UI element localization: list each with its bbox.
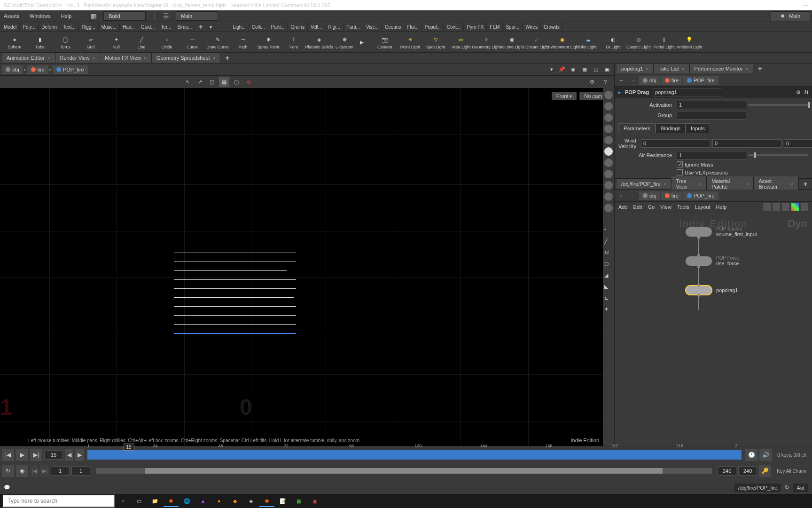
tool-tube[interactable]: ▮Tube <box>27 32 53 52</box>
net-menu-layout[interactable]: Layout <box>695 204 710 210</box>
range-slider[interactable] <box>96 468 712 474</box>
shelf-hair[interactable]: Hair... <box>120 23 138 31</box>
tool-lsystem[interactable]: ❋L-System <box>332 32 357 52</box>
air-input[interactable] <box>677 151 746 159</box>
tab-node-params[interactable]: popdrag1× <box>617 64 654 73</box>
shading-icon[interactable] <box>604 91 613 99</box>
key-icon[interactable]: 🔑 <box>759 465 771 477</box>
camtasia-icon[interactable]: ▣ <box>307 495 322 507</box>
shelf-visc[interactable]: Visc... <box>363 23 382 31</box>
display-options-icon[interactable]: ⚙ <box>587 77 597 87</box>
globe-icon[interactable] <box>604 136 613 144</box>
close-icon[interactable]: × <box>699 182 702 187</box>
shelf-colli[interactable]: Colli... <box>249 23 268 31</box>
houdini2-icon[interactable]: ◉ <box>259 495 274 507</box>
shelf-light[interactable]: Ligh... <box>230 23 249 31</box>
prim-icon[interactable]: ⬡ <box>604 261 613 270</box>
status-path[interactable]: /obj/fire/POP_fire <box>734 484 781 492</box>
wire-icon[interactable] <box>604 102 613 111</box>
grid-icon[interactable]: ▦ <box>579 64 590 75</box>
tool-grid[interactable]: ▱Grid <box>78 32 103 52</box>
net-wrench-icon[interactable] <box>763 203 771 211</box>
prev-key-button[interactable]: |◀ <box>30 465 39 477</box>
param-crumb-popfire[interactable]: POP_fire <box>683 76 718 85</box>
tool-portallight[interactable]: ▯Portal Light <box>651 32 677 52</box>
close-icon[interactable]: × <box>746 182 749 187</box>
tool-sphere[interactable]: ●Sphere <box>2 32 27 52</box>
shelf-rig[interactable]: Rigg... <box>79 23 99 31</box>
net-menu-edit[interactable]: Edit <box>633 204 642 210</box>
ghost-icon[interactable] <box>604 125 613 133</box>
chrome-icon[interactable]: 🌐 <box>180 495 195 507</box>
tab-perf-monitor[interactable]: Performance Monitor× <box>690 64 754 73</box>
select-group-icon[interactable]: ↗ <box>195 77 205 87</box>
activation-input[interactable] <box>677 101 746 109</box>
shelf-text[interactable]: Text... <box>60 23 79 31</box>
close-icon[interactable]: × <box>791 182 794 187</box>
tool-skylight[interactable]: ☁Sky Light <box>575 32 601 52</box>
bg-icon[interactable] <box>604 192 613 201</box>
vex-checkbox[interactable] <box>677 169 683 175</box>
range-start-input[interactable] <box>51 466 70 476</box>
brush2-icon[interactable]: ◣ <box>604 284 613 292</box>
net-grid-icon[interactable] <box>791 203 799 211</box>
tool-pointlight[interactable]: ☀Point Light <box>398 32 423 52</box>
tab-add-button[interactable]: + <box>799 179 812 189</box>
close-icon[interactable]: × <box>92 56 95 61</box>
tool-spotlight[interactable]: ▽Spot Light <box>423 32 448 52</box>
net-crumb-fire[interactable]: fire <box>661 191 682 200</box>
shelf-fem[interactable]: FEM <box>487 23 503 31</box>
max-icon[interactable]: ▣ <box>602 64 612 75</box>
shelf-grains[interactable]: Grains <box>288 23 307 31</box>
tool-envlight[interactable]: ◉Environment Light <box>550 32 575 52</box>
keyall-label[interactable]: Key All Chann <box>773 468 810 474</box>
tool-null[interactable]: ✦Null <box>103 32 129 52</box>
param-crumb-fire[interactable]: fire <box>661 76 682 85</box>
point-icon[interactable]: • <box>604 227 613 236</box>
back-icon[interactable]: ← <box>617 75 627 86</box>
menu-help[interactable]: Help <box>59 12 74 20</box>
view-dropdown[interactable]: Front ▾ <box>552 92 577 100</box>
brush1-icon[interactable]: ◢ <box>604 272 613 281</box>
forward-icon[interactable]: → <box>628 190 638 201</box>
loop-icon[interactable]: ↻ <box>2 465 14 477</box>
net-menu-go[interactable]: Go <box>648 204 655 210</box>
node-popdrag[interactable]: popdrag1 <box>685 285 738 295</box>
shelf-spar[interactable]: Spar... <box>503 23 523 31</box>
search-input[interactable] <box>2 494 115 508</box>
net-crumb-obj[interactable]: obj <box>639 191 660 200</box>
net-palette-icon[interactable] <box>801 203 808 211</box>
help-icon[interactable]: ? <box>600 77 610 87</box>
calc-icon[interactable]: ▦ <box>291 495 306 507</box>
param-crumb-obj[interactable]: obj <box>639 76 660 85</box>
tab-take-list[interactable]: Take List× <box>654 64 689 73</box>
shelf-model[interactable]: Model <box>1 23 20 31</box>
tab-add-button[interactable]: + <box>220 53 234 63</box>
shelf-scroll[interactable]: ▸ <box>357 38 367 47</box>
step-back-button[interactable]: ◀ <box>65 449 73 461</box>
edge-icon[interactable]: ╱ <box>604 238 613 247</box>
tool-camera[interactable]: 📷Camera <box>372 32 398 52</box>
close-icon[interactable]: × <box>144 56 147 61</box>
shelf-parti[interactable]: Parti... <box>268 23 288 31</box>
auto-update-button[interactable]: Aut <box>793 484 808 492</box>
pin-icon[interactable]: 📌 <box>557 64 567 75</box>
current-frame-input[interactable] <box>44 450 63 460</box>
net-menu-tools[interactable]: Tools <box>677 204 689 210</box>
air-slider[interactable] <box>748 154 808 156</box>
material-icon[interactable] <box>604 181 613 190</box>
shelf-rigi[interactable]: Rigi... <box>325 23 344 31</box>
tool-arealight[interactable]: ▭Area Light <box>448 32 474 52</box>
audio-icon[interactable]: 🔊 <box>759 449 772 461</box>
shelf-add[interactable]: + <box>195 22 206 32</box>
node-force[interactable]: POP Forcerise_force <box>685 255 739 266</box>
param-tab-bindings[interactable]: Bindings <box>656 123 686 133</box>
net-menu-add[interactable]: Add <box>618 204 628 210</box>
close-icon[interactable]: × <box>682 66 685 71</box>
menu-assets[interactable]: Assets <box>2 12 21 20</box>
ruler-icon[interactable]: ⊾ <box>604 295 613 303</box>
taskview-icon[interactable]: ▭ <box>132 495 147 507</box>
shelf-vell[interactable]: Vell... <box>308 23 325 31</box>
tool-font[interactable]: TFont <box>281 32 306 52</box>
affinity-icon[interactable]: ▲ <box>195 495 211 507</box>
